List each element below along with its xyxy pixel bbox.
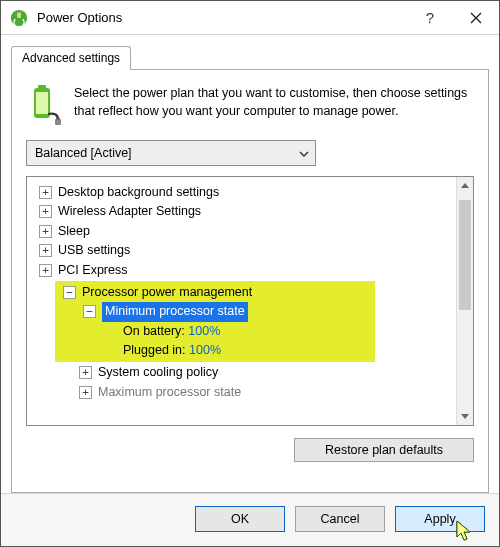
tree-node-processor-power-management[interactable]: − Processor power management bbox=[59, 283, 375, 302]
window-title: Power Options bbox=[37, 10, 122, 25]
svg-rect-6 bbox=[36, 92, 48, 114]
power-plan-dropdown[interactable]: Balanced [Active] bbox=[26, 140, 316, 166]
cancel-button[interactable]: Cancel bbox=[295, 506, 385, 532]
setting-on-battery[interactable]: On battery: 100% bbox=[59, 322, 375, 341]
svg-rect-1 bbox=[17, 11, 21, 17]
tab-strip: Advanced settings bbox=[11, 43, 489, 69]
tree-label: Sleep bbox=[58, 222, 90, 241]
tree-node-sleep[interactable]: + Sleep bbox=[31, 222, 454, 241]
intro-text: Select the power plan that you want to c… bbox=[74, 84, 474, 126]
tree-node-desktop-background[interactable]: + Desktop background settings bbox=[31, 183, 454, 202]
tree-node-maximum-processor-state[interactable]: + Maximum processor state bbox=[31, 383, 454, 402]
tree-label: PCI Express bbox=[58, 261, 127, 280]
scroll-track[interactable] bbox=[457, 194, 473, 408]
tree-label: Desktop background settings bbox=[58, 183, 219, 202]
tree-label: Maximum processor state bbox=[98, 383, 241, 402]
help-button[interactable]: ? bbox=[407, 1, 453, 35]
expand-icon[interactable]: + bbox=[39, 244, 52, 257]
power-options-dialog: Power Options ? Advanced settings bbox=[0, 0, 500, 547]
setting-plugged-in[interactable]: Plugged in: 100% bbox=[59, 341, 375, 360]
highlighted-region: − Processor power management − Minimum p… bbox=[55, 281, 375, 363]
tab-advanced-settings[interactable]: Advanced settings bbox=[11, 46, 131, 70]
scroll-thumb[interactable] bbox=[459, 200, 471, 310]
setting-label: On battery: bbox=[123, 324, 185, 338]
tree-label: Processor power management bbox=[82, 283, 252, 302]
tree-node-system-cooling-policy[interactable]: + System cooling policy bbox=[31, 363, 454, 382]
expand-icon[interactable]: + bbox=[79, 386, 92, 399]
settings-tree-container: + Desktop background settings + Wireless… bbox=[26, 176, 474, 426]
setting-label: Plugged in: bbox=[123, 343, 186, 357]
tree-node-usb-settings[interactable]: + USB settings bbox=[31, 241, 454, 260]
tree-label-selected: Minimum processor state bbox=[102, 302, 248, 321]
svg-rect-9 bbox=[59, 117, 60, 120]
setting-value: 100% bbox=[189, 343, 221, 357]
chevron-down-icon bbox=[299, 146, 309, 160]
svg-rect-3 bbox=[19, 10, 20, 13]
expand-icon[interactable]: + bbox=[39, 225, 52, 238]
client-area: Advanced settings Select the power plan … bbox=[1, 35, 499, 493]
tree-label: USB settings bbox=[58, 241, 130, 260]
scroll-down-arrow[interactable] bbox=[457, 408, 474, 425]
expand-icon[interactable]: + bbox=[39, 186, 52, 199]
restore-row: Restore plan defaults bbox=[26, 438, 474, 462]
svg-rect-7 bbox=[55, 119, 61, 125]
tree-node-wireless-adapter[interactable]: + Wireless Adapter Settings bbox=[31, 202, 454, 221]
svg-rect-2 bbox=[18, 10, 19, 13]
tree-label: System cooling policy bbox=[98, 363, 218, 382]
dialog-footer: OK Cancel Apply bbox=[1, 493, 499, 546]
scroll-up-arrow[interactable] bbox=[457, 177, 474, 194]
expand-icon[interactable]: + bbox=[39, 264, 52, 277]
battery-plug-icon bbox=[26, 84, 62, 126]
power-options-icon bbox=[9, 8, 29, 28]
collapse-icon[interactable]: − bbox=[83, 305, 96, 318]
collapse-icon[interactable]: − bbox=[63, 286, 76, 299]
expand-icon[interactable]: + bbox=[39, 205, 52, 218]
close-button[interactable] bbox=[453, 1, 499, 35]
tree-node-pci-express[interactable]: + PCI Express bbox=[31, 261, 454, 280]
tree-node-minimum-processor-state[interactable]: − Minimum processor state bbox=[59, 302, 375, 321]
settings-tree[interactable]: + Desktop background settings + Wireless… bbox=[27, 177, 456, 425]
tab-page: Select the power plan that you want to c… bbox=[11, 69, 489, 493]
apply-button[interactable]: Apply bbox=[395, 506, 485, 532]
setting-value: 100% bbox=[188, 324, 220, 338]
expand-icon[interactable]: + bbox=[79, 366, 92, 379]
ok-button[interactable]: OK bbox=[195, 506, 285, 532]
svg-rect-8 bbox=[57, 117, 58, 120]
tree-label: Wireless Adapter Settings bbox=[58, 202, 201, 221]
titlebar: Power Options ? bbox=[1, 1, 499, 35]
restore-plan-defaults-button[interactable]: Restore plan defaults bbox=[294, 438, 474, 462]
close-icon bbox=[470, 12, 482, 24]
intro-row: Select the power plan that you want to c… bbox=[26, 84, 474, 126]
power-plan-selected: Balanced [Active] bbox=[35, 146, 132, 160]
svg-rect-5 bbox=[38, 85, 46, 89]
vertical-scrollbar[interactable] bbox=[456, 177, 473, 425]
